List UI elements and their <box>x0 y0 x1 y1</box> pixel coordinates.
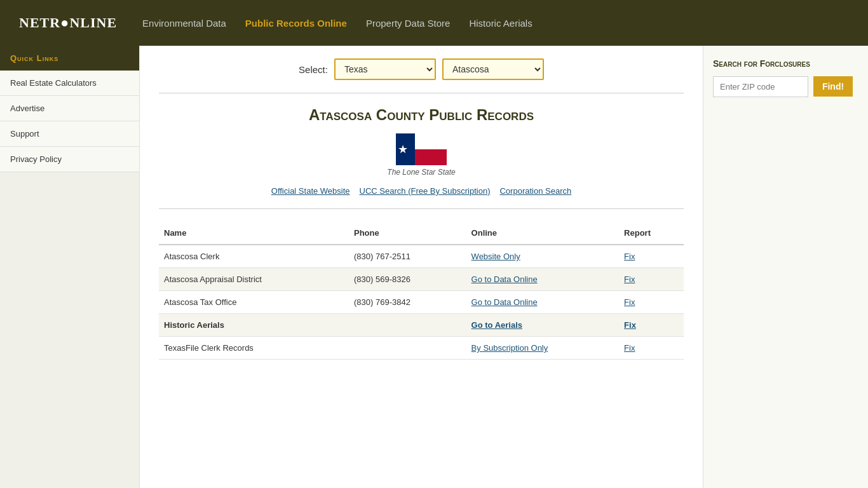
select-bar: Select: Texas Atascosa <box>159 58 684 80</box>
cell-online[interactable]: By Subscription Only <box>466 337 620 360</box>
cell-name: Atascosa Clerk <box>159 245 349 268</box>
county-select[interactable]: Atascosa <box>442 58 544 80</box>
online-link[interactable]: Website Only <box>471 252 520 261</box>
nav-historic-aerials[interactable]: Historic Aerials <box>469 18 532 29</box>
main-content: Select: Texas Atascosa Atascosa County P… <box>140 46 703 488</box>
county-title: Atascosa County Public Records <box>165 106 677 124</box>
nav-property-data[interactable]: Property Data Store <box>366 18 451 29</box>
find-button[interactable]: Find! <box>813 76 853 97</box>
official-state-website-link[interactable]: Official State Website <box>271 186 350 196</box>
fix-link[interactable]: Fix <box>624 343 635 353</box>
table-row: Atascosa Clerk(830) 767-2511Website Only… <box>159 245 684 268</box>
cell-report[interactable]: Fix <box>619 245 684 268</box>
cell-report[interactable]: Fix <box>619 314 684 337</box>
main-nav: Environmental Data Public Records Online… <box>142 18 532 29</box>
select-label: Select: <box>299 64 328 75</box>
nav-public-records[interactable]: Public Records Online <box>245 18 347 29</box>
col-header-online: Online <box>466 222 620 245</box>
state-select[interactable]: Texas <box>334 58 436 80</box>
sidebar-item-real-estate[interactable]: Real Estate Calculators <box>0 71 139 96</box>
county-section: Atascosa County Public Records ★ The Lon… <box>159 93 684 209</box>
col-header-phone: Phone <box>349 222 466 245</box>
cell-phone <box>349 314 466 337</box>
cell-report[interactable]: Fix <box>619 291 684 314</box>
records-table: Name Phone Online Report Atascosa Clerk(… <box>159 222 684 360</box>
table-row: Atascosa Appraisal District(830) 569-832… <box>159 268 684 291</box>
flag-caption: The Lone Star State <box>165 168 677 177</box>
cell-report[interactable]: Fix <box>619 268 684 291</box>
fix-link[interactable]: Fix <box>624 252 635 261</box>
online-link[interactable]: Go to Data Online <box>471 274 538 284</box>
online-link[interactable]: Go to Data Online <box>471 297 538 307</box>
table-row: Atascosa Tax Office(830) 769-3842Go to D… <box>159 291 684 314</box>
cell-online[interactable]: Go to Data Online <box>466 291 620 314</box>
county-links: Official State Website UCC Search (Free … <box>165 186 677 196</box>
ucc-search-link[interactable]: UCC Search (Free By Subscription) <box>360 186 491 196</box>
flag-star-icon: ★ <box>398 144 408 155</box>
header: NETR●NLINE Environmental Data Public Rec… <box>0 0 868 46</box>
col-header-report: Report <box>619 222 684 245</box>
sidebar: Quick Links Real Estate Calculators Adve… <box>0 46 140 488</box>
table-row: Historic AerialsGo to AerialsFix <box>159 314 684 337</box>
foreclosure-title: Search for Forclosures <box>713 58 858 69</box>
cell-name: Atascosa Tax Office <box>159 291 349 314</box>
online-link[interactable]: By Subscription Only <box>471 343 548 353</box>
sidebar-title: Quick Links <box>0 46 139 71</box>
fix-link[interactable]: Fix <box>624 320 636 330</box>
table-row: TexasFile Clerk RecordsBy Subscription O… <box>159 337 684 360</box>
cell-name: TexasFile Clerk Records <box>159 337 349 360</box>
col-header-name: Name <box>159 222 349 245</box>
cell-online[interactable]: Go to Aerials <box>466 314 620 337</box>
cell-phone: (830) 769-3842 <box>349 291 466 314</box>
flag-red-stripe <box>415 149 447 165</box>
foreclosure-search: Find! <box>713 76 858 97</box>
cell-name: Historic Aerials <box>159 314 349 337</box>
zip-input[interactable] <box>713 76 808 97</box>
cell-report[interactable]: Fix <box>619 337 684 360</box>
flag-white-stripe <box>415 133 447 149</box>
page-layout: Quick Links Real Estate Calculators Adve… <box>0 46 868 488</box>
fix-link[interactable]: Fix <box>624 274 635 284</box>
cell-phone: (830) 767-2511 <box>349 245 466 268</box>
corporation-search-link[interactable]: Corporation Search <box>499 186 571 196</box>
right-sidebar: Search for Forclosures Find! <box>703 46 868 488</box>
sidebar-item-support[interactable]: Support <box>0 121 139 147</box>
cell-phone <box>349 337 466 360</box>
fix-link[interactable]: Fix <box>624 297 635 307</box>
online-link[interactable]: Go to Aerials <box>471 320 522 330</box>
sidebar-item-privacy[interactable]: Privacy Policy <box>0 147 139 172</box>
cell-phone: (830) 569-8326 <box>349 268 466 291</box>
logo: NETR●NLINE <box>19 15 117 31</box>
cell-name: Atascosa Appraisal District <box>159 268 349 291</box>
cell-online[interactable]: Go to Data Online <box>466 268 620 291</box>
nav-environmental[interactable]: Environmental Data <box>142 18 226 29</box>
sidebar-item-advertise[interactable]: Advertise <box>0 96 139 121</box>
cell-online[interactable]: Website Only <box>466 245 620 268</box>
texas-flag: ★ <box>396 133 447 165</box>
